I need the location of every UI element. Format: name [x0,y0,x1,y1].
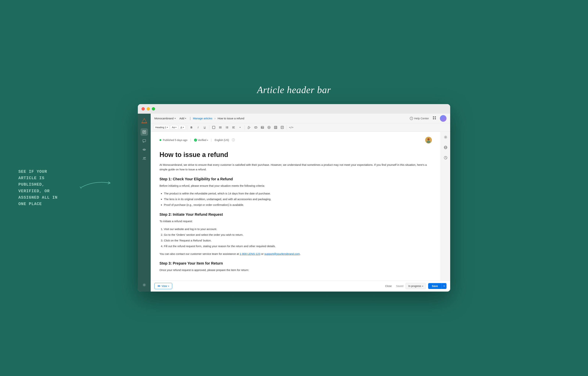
arrow-annotation [79,177,116,192]
email-link[interactable]: support@yourlensbrand.com [264,252,300,255]
nav-add-button[interactable]: Add ▾ [178,116,188,121]
heading-select[interactable]: Heading 1 ▾ [154,125,170,130]
save-dropdown-button[interactable]: ▾ [442,283,447,289]
svg-rect-17 [213,126,215,129]
view-button[interactable]: View ▾ [154,283,172,289]
right-panel [441,132,450,280]
step2-heading: Step 2: Initiate Your Refund Request [160,212,432,217]
sidebar-logo[interactable] [140,116,148,125]
color-select[interactable]: A ▾ [179,125,185,130]
sidebar [138,114,151,291]
svg-rect-34 [274,126,277,129]
bottom-bar: View ▾ Close Saved In progress ▾ Save ▾ [151,281,450,292]
user-avatar-nav[interactable] [440,115,447,122]
status-label: In progress [408,285,421,288]
verified-chevron: ▾ [207,139,208,141]
check-icon: ✓ [194,139,197,142]
svg-rect-6 [143,139,146,142]
svg-point-8 [143,157,144,158]
save-button[interactable]: Save [428,283,442,289]
grid-icon[interactable] [433,116,436,121]
embed-button[interactable] [279,125,285,130]
manage-articles-link[interactable]: Manage articles [193,117,213,120]
svg-point-51 [159,286,160,287]
help-center-button[interactable]: ? Help Center [410,117,429,120]
settings-panel-icon[interactable] [442,134,449,140]
font-size-select[interactable]: Aa ▾ [170,125,178,130]
language-label[interactable]: English (US) [215,139,229,142]
article-intro: At Monocambrand, we strive to ensure tha… [160,162,432,172]
phone-link[interactable]: 1-800-LENS-123 [240,252,260,255]
history-panel-icon[interactable] [442,154,449,161]
current-article-title: How to issue a refund [218,117,244,120]
list-item: Proof of purchase (e.g., receipt or orde… [164,202,432,207]
step3-intro: Once your refund request is approved, pl… [160,268,432,272]
list-item: The product is within the refundable per… [164,191,432,196]
author-avatar[interactable] [425,137,432,143]
svg-point-44 [428,138,430,140]
svg-rect-30 [261,126,264,128]
svg-point-10 [144,284,145,285]
block-button[interactable] [211,125,217,130]
bold-button[interactable]: B [189,125,194,130]
svg-marker-33 [269,127,270,128]
code-button[interactable]: </> [288,125,294,130]
status-chevron: ▾ [422,285,423,287]
svg-point-45 [427,141,430,143]
nav-brand[interactable]: Monocambrand ▾ [154,117,176,120]
list-item: The lens is in its original condition, u… [164,197,432,202]
traffic-light-yellow[interactable] [147,107,150,111]
traffic-light-green[interactable] [152,107,155,111]
brand-chevron: ▾ [175,117,176,120]
step2-intro: To initiate a refund request: [160,219,432,224]
table-button[interactable] [273,125,278,130]
italic-button[interactable]: I [195,125,201,130]
svg-point-9 [145,157,146,158]
info-icon[interactable]: ⓘ [232,138,235,142]
underline-button[interactable]: U [202,125,208,130]
status-dropdown[interactable]: In progress ▾ [406,283,426,289]
svg-point-46 [445,136,446,138]
app-body: Monocambrand ▾ Add ▾ | Manage articles ›… [138,114,450,291]
add-chevron: ▾ [185,117,186,120]
sidebar-item-settings[interactable] [140,281,148,289]
save-button-group: Save ▾ [428,283,447,289]
sidebar-item-users[interactable] [140,155,148,162]
brand-name: Monocambrand [154,117,173,120]
browser-window: Monocambrand ▾ Add ▾ | Manage articles ›… [138,104,450,291]
video-button[interactable] [266,125,272,130]
attachment-button[interactable] [246,125,252,130]
step1-heading: Step 1: Check Your Eligibility for a Ref… [160,177,432,181]
color-chevron: ▾ [183,126,184,128]
color-label: A [181,126,182,129]
ordered-list-button[interactable]: 123 [224,125,230,130]
step3-heading: Step 3: Prepare Your Item for Return [160,261,432,265]
page-title: Article header bar [257,84,331,95]
view-chevron: ▾ [168,285,169,287]
article-title: How to issue a refund [160,151,432,159]
svg-text:3: 3 [226,127,226,128]
align-chevron-button[interactable]: ▾ [237,125,243,130]
published-status: Published 5 days ago [160,139,187,142]
verified-badge[interactable]: ✓ Verified ▾ [194,139,208,142]
sidebar-item-eye[interactable] [140,146,148,153]
link-button[interactable] [253,125,259,130]
sidebar-item-messages[interactable] [140,137,148,145]
view-label: View [161,285,167,288]
list-button[interactable] [217,125,223,130]
traffic-light-red[interactable] [141,107,145,111]
nav-right: ? Help Center [410,115,447,122]
globe-panel-icon[interactable] [442,144,449,151]
image-button[interactable] [259,125,265,130]
align-button[interactable] [231,125,236,130]
nav-separator: | [190,116,191,120]
close-button[interactable]: Close [383,283,394,289]
toolbar-divider-3 [245,125,245,130]
step2-contact: You can also contact our customer servic… [160,251,432,256]
font-size-label: Aa [172,126,175,129]
list-item: Visit our website and log in to your acc… [164,227,432,231]
top-nav: Monocambrand ▾ Add ▾ | Manage articles ›… [151,114,450,123]
svg-point-7 [144,149,145,150]
main-area: Monocambrand ▾ Add ▾ | Manage articles ›… [151,114,450,291]
sidebar-item-articles[interactable] [140,128,148,136]
